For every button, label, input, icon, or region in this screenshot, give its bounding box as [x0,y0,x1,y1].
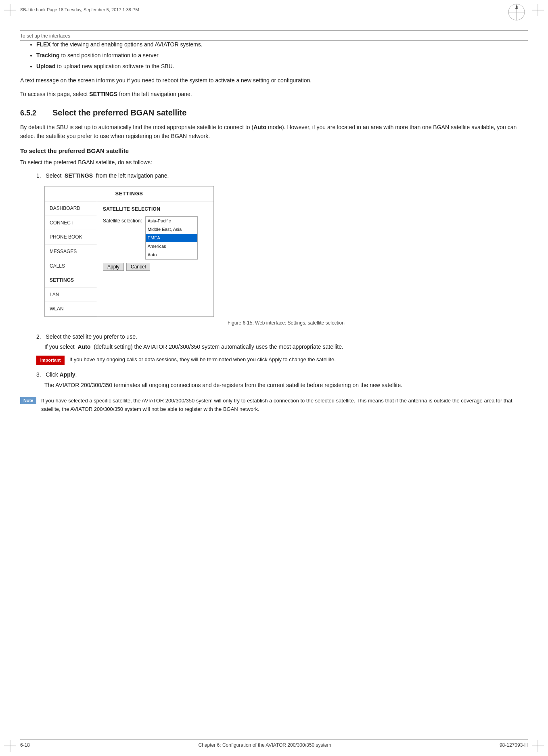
step-2: 2. Select the satellite you prefer to us… [36,333,528,365]
apply-button[interactable]: Apply [103,263,124,271]
corner-br [532,740,544,752]
sat-option-auto[interactable]: Auto [146,251,197,259]
sat-label: Satellite selection: [103,217,142,225]
svg-text:N: N [516,6,518,8]
important-box: Important If you have any ongoing calls … [36,356,528,365]
step-2-sub: If you select Auto (default setting) the… [44,343,528,352]
sat-dropdown[interactable]: Asia-Pacific Middle East, Asia EMEA Amer… [145,216,198,260]
nav-dashboard[interactable]: DASHBOARD [45,201,97,216]
step-2-text: Select the satellite you prefer to use. [43,333,137,340]
nav-lan[interactable]: LAN [45,288,97,302]
section-para: By default the SBU is set up to automati… [20,123,528,140]
step-2-num: 2. [36,333,41,340]
bullet-tracking-bold: Tracking [36,52,60,59]
screenshot-content: SATELLITE SELECTION Satellite selection:… [97,201,213,316]
footer-center: Chapter 6: Configuration of the AVIATOR … [199,742,331,748]
top-meta: SB-Lite.book Page 18 Tuesday, September … [20,7,139,12]
bullet-flex-text: for the viewing and enabling options and… [52,41,203,48]
important-badge: Important [36,356,65,365]
step-1-num: 1. [36,172,41,179]
corner-bl [4,740,16,752]
section-heading: 6.5.2 Select the preferred BGAN satellit… [20,108,528,117]
sub-heading: To select the preferred BGAN satellite [20,147,528,154]
nav-wlan[interactable]: WLAN [45,302,97,316]
corner-tr [532,4,544,16]
main-content: FLEX for the viewing and enabling option… [20,40,528,732]
bullet-flex: FLEX for the viewing and enabling option… [36,40,528,49]
para1: A text message on the screen informs you… [20,76,528,85]
step-1: 1. Select SETTINGS from the left navigat… [36,172,528,327]
nav-connect[interactable]: CONNECT [45,216,97,230]
header-section-label: To set up the interfaces [20,33,70,39]
screenshot-body: DASHBOARD CONNECT PHONE BOOK MESSAGES CA… [45,201,213,316]
step-3-num: 3. [36,371,41,378]
sat-option-middle-east[interactable]: Middle East, Asia [146,225,197,234]
bullet-tracking: Tracking to send position information to… [36,51,528,60]
sat-row: Satellite selection: Asia-Pacific Middle… [103,216,208,260]
note-text: If you have selected a specific satellit… [41,397,528,413]
step-3-text: Click Apply. [43,371,77,378]
footer-right: 98-127093-H [500,742,528,748]
screenshot-box: SETTINGS DASHBOARD CONNECT PHONE BOOK ME… [44,186,214,317]
step-3: 3. Click Apply. The AVIATOR 200/300/350 … [36,371,528,390]
sat-option-emea[interactable]: EMEA [146,234,197,242]
figure-caption: Figure 6-15: Web interface: Settings, sa… [44,319,528,327]
section-title: Select the preferred BGAN satellite [52,108,186,117]
screenshot-header: SETTINGS [45,186,213,201]
sat-option-americas[interactable]: Americas [146,242,197,251]
screenshot-container: SETTINGS DASHBOARD CONNECT PHONE BOOK ME… [44,186,528,327]
nav-settings[interactable]: SETTINGS [45,273,97,288]
nav-phone-book[interactable]: PHONE BOOK [45,230,97,245]
nav-calls[interactable]: CALLS [45,259,97,274]
step-1-text: Select SETTINGS from the left navigation… [43,172,169,179]
intro-para: To select the preferred BGAN satellite, … [20,158,528,167]
footer: 6-18 Chapter 6: Configuration of the AVI… [20,739,528,748]
note-box: Note If you have selected a specific sat… [20,397,528,413]
bullet-tracking-text: to send position information to a server [61,52,158,59]
footer-left: 6-18 [20,742,30,748]
cancel-button[interactable]: Cancel [126,263,150,271]
bullet-upload-text: to upload new application software to th… [57,63,174,69]
corner-tl [4,4,16,16]
sat-option-asia-pacific[interactable]: Asia-Pacific [146,217,197,225]
section-num: 6.5.2 [20,109,44,117]
note-badge: Note [20,397,36,404]
bullet-upload-bold: Upload [36,63,55,69]
screenshot-nav: DASHBOARD CONNECT PHONE BOOK MESSAGES CA… [45,201,97,316]
bullet-upload: Upload to upload new application softwar… [36,62,528,71]
para2: To access this page, select SETTINGS fro… [20,90,528,99]
bullet-list: FLEX for the viewing and enabling option… [36,40,528,71]
bullet-flex-bold: FLEX [36,41,51,48]
sat-selection-title: SATELLITE SELECTION [103,205,208,213]
step-3-sub: The AVIATOR 200/300/350 terminates all o… [44,381,528,390]
important-text: If you have any ongoing calls or data se… [69,356,336,364]
compass-rose: N [508,3,526,23]
numbered-list: 1. Select SETTINGS from the left navigat… [36,172,528,390]
nav-messages[interactable]: MESSAGES [45,245,97,259]
btn-row: Apply Cancel [103,263,208,271]
